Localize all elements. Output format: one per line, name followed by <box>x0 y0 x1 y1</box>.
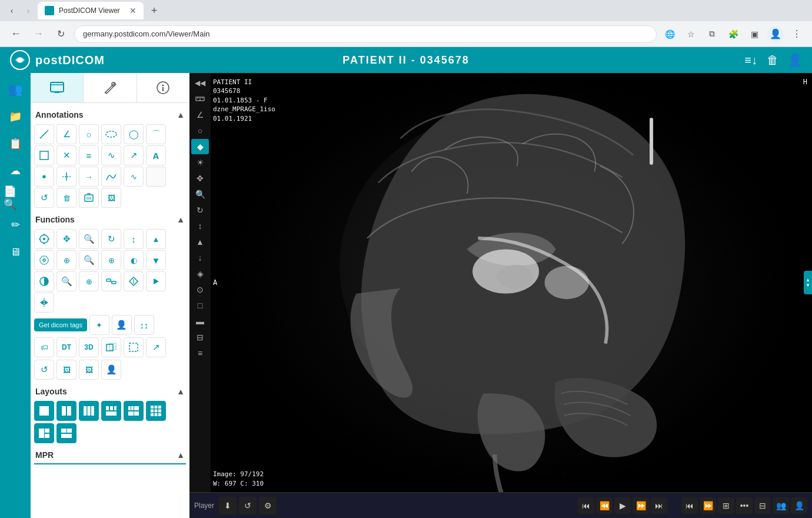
sidebar-icon-people[interactable]: 👥 <box>4 78 27 101</box>
tool-point[interactable]: • <box>34 167 54 187</box>
player-r5[interactable]: ⊟ <box>754 497 771 514</box>
functions-collapse-icon[interactable]: ▲ <box>177 215 185 224</box>
tool-probe[interactable] <box>56 167 76 187</box>
tool-wave[interactable]: ∿ <box>124 167 144 187</box>
tool-export-img[interactable]: 🖼 <box>101 188 121 208</box>
func-zoom-out[interactable]: 🔍 <box>79 250 99 270</box>
func-crosshair[interactable] <box>34 250 54 270</box>
func-3d[interactable]: 3D <box>79 337 99 357</box>
extend-icon[interactable]: ⧉ <box>704 26 720 42</box>
player-r2[interactable]: ⏩ <box>700 497 716 514</box>
layout-2x2a[interactable] <box>101 401 121 421</box>
nav-forward-btn[interactable]: → <box>29 25 47 43</box>
tab-info[interactable] <box>137 73 189 102</box>
tool-cross[interactable]: ✕ <box>56 145 76 165</box>
tool-clear-all[interactable] <box>79 188 99 208</box>
sidebar-icon-upload[interactable]: ☁ <box>4 159 27 182</box>
layout-custom[interactable] <box>56 423 76 443</box>
extensions-icon[interactable]: 🧩 <box>725 26 741 42</box>
layout-2x2b[interactable] <box>34 423 54 443</box>
func-pan[interactable]: ✥ <box>56 229 76 249</box>
sidebar-toggle-icon[interactable]: ▣ <box>746 26 763 42</box>
vt-collapse[interactable]: ◀◀ <box>191 75 209 91</box>
player-r4[interactable]: ••• <box>736 497 753 514</box>
func-sort[interactable]: ↕↕ <box>134 315 154 335</box>
layout-1x3[interactable] <box>79 401 99 421</box>
sidebar-icon-monitor[interactable]: 🖥 <box>4 240 27 264</box>
sidebar-icon-brush[interactable]: ✏ <box>4 213 27 237</box>
vt-scroll[interactable]: ↕ <box>191 218 209 234</box>
player-play[interactable]: ▶ <box>614 497 631 514</box>
func-fit[interactable]: ⊕ <box>101 250 121 270</box>
header-user-icon[interactable]: 👤 <box>788 53 803 67</box>
vt-angle[interactable]: ∠ <box>191 107 209 122</box>
vt-sun[interactable]: ☀ <box>191 155 209 170</box>
player-prev[interactable]: ⏪ <box>596 497 613 514</box>
func-rotate[interactable]: ↻ <box>101 229 121 249</box>
func-img-export[interactable]: 🖼 <box>56 360 76 380</box>
tab-close-icon[interactable]: ✕ <box>129 6 137 15</box>
nav-refresh-btn[interactable]: ↻ <box>52 25 69 43</box>
vt-circle[interactable]: ○ <box>191 123 209 138</box>
tab-back-btn[interactable]: ‹ <box>5 4 19 18</box>
profile-icon[interactable]: 👤 <box>767 26 784 42</box>
tab-forward-btn[interactable]: › <box>21 4 35 18</box>
header-trash-icon[interactable]: 🗑 <box>767 54 778 67</box>
func-zoom[interactable]: 🔍 <box>79 229 99 249</box>
tool-clear-one[interactable]: 🗑 <box>56 188 76 208</box>
tool-spine[interactable]: ∿ <box>101 145 121 165</box>
player-skip-start[interactable]: ⏮ <box>578 497 594 514</box>
func-wl[interactable]: ▲ <box>146 229 166 249</box>
vt-scroll-down[interactable]: ↓ <box>191 250 209 265</box>
annotations-collapse-icon[interactable]: ▲ <box>177 110 185 119</box>
mpr-collapse-icon[interactable]: ▲ <box>177 450 185 460</box>
layout-3x3[interactable] <box>146 401 166 421</box>
tool-multi-arrow[interactable]: → <box>79 167 99 187</box>
layout-2x3[interactable] <box>124 401 144 421</box>
vt-cine2[interactable]: ⊙ <box>191 282 209 297</box>
func-scout[interactable] <box>34 229 54 249</box>
func-wl2[interactable]: ◐ <box>124 250 144 270</box>
translate-icon[interactable]: 🌐 <box>661 26 678 42</box>
new-tab-btn[interactable]: + <box>146 2 162 19</box>
player-reset-btn[interactable]: ↺ <box>239 497 257 514</box>
bookmark-icon[interactable]: ☆ <box>683 26 699 42</box>
func-flip-h[interactable] <box>34 293 54 313</box>
tool-ruler[interactable] <box>34 124 54 144</box>
func-img-export2[interactable]: 🖼 <box>79 360 99 380</box>
func-flip-v[interactable]: ▼ <box>146 250 166 270</box>
scroll-indicator[interactable]: ▲▼ <box>804 271 812 294</box>
tab-tools[interactable] <box>84 73 137 102</box>
func-key-img[interactable] <box>124 271 144 291</box>
tool-arrow[interactable]: ↗ <box>124 145 144 165</box>
func-link[interactable] <box>101 271 121 291</box>
func-diag[interactable]: ↗ <box>146 337 166 357</box>
func-invert[interactable] <box>34 271 54 291</box>
func-tag[interactable]: 🏷 <box>34 337 54 357</box>
header-list-icon[interactable]: ≡↓ <box>744 54 757 67</box>
tool-circle[interactable]: ○ <box>79 124 99 144</box>
func-ref[interactable] <box>124 337 144 357</box>
sidebar-icon-list[interactable]: 📄🔍 <box>4 186 27 210</box>
tool-ellipse-h[interactable] <box>101 124 121 144</box>
vt-list[interactable]: ≡ <box>191 346 209 361</box>
player-r7[interactable]: 👤 <box>791 497 807 514</box>
tool-angle[interactable]: ∠ <box>56 124 76 144</box>
menu-icon[interactable]: ⋮ <box>788 26 805 42</box>
func-undo2[interactable]: ↺ <box>34 360 54 380</box>
func-dt[interactable]: DT <box>56 337 76 357</box>
vt-cine[interactable]: ◈ <box>191 266 209 281</box>
player-skip-end[interactable]: ⏭ <box>651 497 667 514</box>
player-settings-btn[interactable]: ⚙ <box>259 497 277 514</box>
layout-1x2[interactable] <box>56 401 76 421</box>
func-ref-lines[interactable]: ✦ <box>89 315 109 335</box>
vt-crosshair[interactable]: ✥ <box>191 171 209 186</box>
tool-undo[interactable]: ↺ <box>34 188 54 208</box>
func-multi-frame[interactable] <box>101 337 121 357</box>
player-r6[interactable]: 👥 <box>773 497 789 514</box>
tab-viewer[interactable] <box>31 73 84 102</box>
func-zoom-region[interactable]: 🔍 <box>56 271 76 291</box>
tool-hline[interactable]: ≡ <box>79 145 99 165</box>
func-person[interactable]: 👤 <box>112 315 132 335</box>
func-scroll[interactable]: ↕ <box>124 229 144 249</box>
